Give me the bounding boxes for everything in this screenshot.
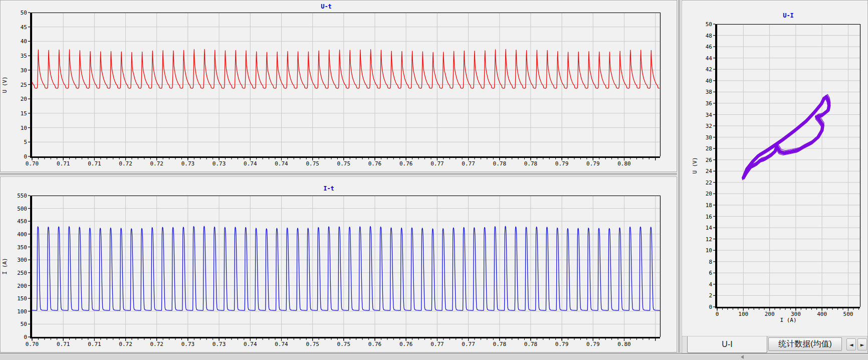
- y-tick-label: 250: [17, 270, 27, 276]
- x-tick-label: 0.77: [430, 160, 444, 167]
- x-tick-label: 0.72: [119, 160, 132, 167]
- y-tick-label: 40: [706, 78, 712, 84]
- x-tick-label: 0.76: [399, 160, 413, 167]
- x-tick-label: 0.78: [524, 160, 538, 167]
- y-tick-label: 38: [706, 89, 712, 95]
- current-time-panel: 0.700.710.710.720.720.730.730.740.740.75…: [0, 176, 677, 352]
- y-tick-label: 22: [706, 179, 712, 186]
- voltage-current-panel: 0100200300400500024681012141618202224262…: [682, 0, 868, 353]
- y-tick-label: 5: [24, 139, 27, 145]
- x-tick-label: 0.72: [150, 160, 163, 167]
- chart-title: U-I: [783, 12, 794, 19]
- x-tick-label: 0.71: [57, 341, 70, 347]
- bottom-status-strip: [0, 353, 868, 360]
- x-tick-label: 0.75: [306, 341, 319, 347]
- y-tick-label: 34: [706, 112, 713, 118]
- y-tick-label: 0: [24, 153, 27, 160]
- y-tick-label: 300: [17, 257, 27, 263]
- y-tick-label: 8: [709, 259, 712, 265]
- x-tick-label: 0.79: [555, 160, 569, 167]
- x-tick-label: 0.74: [244, 341, 257, 347]
- x-tick-label: 0.72: [150, 341, 163, 347]
- y-tick-label: 200: [17, 283, 27, 289]
- x-tick-label: 0.73: [181, 341, 195, 347]
- x-tick-label: 100: [738, 311, 748, 317]
- x-tick-label: 0.74: [275, 341, 288, 347]
- chart-title: I-t: [323, 185, 334, 192]
- y-tick-label: 42: [706, 66, 712, 73]
- x-tick-label: 0.74: [275, 160, 288, 167]
- tab-u-i[interactable]: U-I: [687, 336, 767, 353]
- y-tick-label: 32: [706, 123, 712, 129]
- horizontal-splitter[interactable]: [0, 172, 677, 176]
- x-tick-label: 400: [817, 311, 827, 317]
- y-tick-label: 25: [21, 82, 27, 88]
- x-tick-label: 0.78: [493, 341, 507, 347]
- y-tick-label: 18: [706, 202, 712, 209]
- x-tick-label: 0.77: [430, 341, 444, 347]
- x-tick-label: 0.75: [337, 160, 351, 167]
- x-tick-label: 0.70: [26, 160, 39, 167]
- left-arrow-icon: ◄: [849, 342, 853, 347]
- y-tick-label: 48: [706, 33, 712, 39]
- y-tick-label: 35: [21, 53, 27, 59]
- x-tick-label: 0.76: [368, 341, 382, 347]
- y-tick-label: 20: [706, 191, 712, 197]
- chart-title: U-t: [321, 3, 332, 10]
- y-tick-label: 40: [21, 38, 27, 45]
- y-tick-label: 10: [706, 247, 712, 254]
- x-tick-label: 0.72: [119, 341, 132, 347]
- voltage-time-chart: 0.700.710.710.720.720.730.730.740.740.75…: [1, 1, 677, 171]
- tab-statistics[interactable]: 统计数据(均值): [768, 337, 842, 351]
- voltage-current-chart: 0100200300400500024681012141618202224262…: [682, 1, 867, 335]
- y-tick-label: 16: [706, 214, 712, 220]
- y-tick-label: 4: [709, 281, 712, 288]
- tab-scroll-left-button[interactable]: ◄: [846, 338, 856, 350]
- y-tick-label: 150: [17, 295, 27, 302]
- x-tick-label: 0.71: [88, 160, 101, 167]
- y-tick-label: 46: [706, 44, 712, 50]
- y-tick-label: 12: [706, 236, 712, 243]
- x-tick-label: 0.70: [26, 341, 39, 347]
- y-tick-label: 44: [706, 55, 713, 62]
- x-tick-label: 0.77: [462, 160, 475, 167]
- x-tick-label: 0.79: [555, 341, 569, 347]
- tab-scroll-right-button[interactable]: ►: [857, 338, 867, 350]
- y-tick-label: 10: [21, 125, 27, 131]
- y-tick-label: 550: [17, 193, 27, 199]
- y-tick-label: 24: [706, 168, 713, 174]
- y-tick-label: 15: [21, 110, 27, 117]
- x-tick-label: 0.73: [212, 160, 226, 167]
- x-tick-label: 0.78: [493, 160, 507, 167]
- y-tick-label: 20: [21, 96, 27, 102]
- y-tick-label: 500: [17, 206, 27, 212]
- x-tick-label: 200: [765, 311, 775, 317]
- y-tick-label: 45: [21, 24, 27, 31]
- tab-bar: U-I 统计数据(均值) ◄ ►: [682, 336, 867, 353]
- y-axis-label: U (V): [692, 157, 698, 173]
- x-tick-label: 0.76: [399, 341, 413, 347]
- right-arrow-icon: ►: [860, 342, 864, 347]
- current-time-chart: 0.700.710.710.720.720.730.730.740.740.75…: [1, 177, 677, 352]
- y-tick-label: 50: [706, 21, 712, 28]
- y-tick-label: 100: [17, 308, 27, 315]
- x-tick-label: 0.71: [88, 341, 101, 347]
- x-tick-label: 0.77: [462, 341, 475, 347]
- y-tick-label: 6: [709, 270, 712, 276]
- x-tick-label: 0.71: [57, 160, 70, 167]
- x-tick-label: 0: [716, 311, 719, 317]
- y-tick-label: 350: [17, 244, 27, 251]
- y-tick-label: 0: [709, 304, 712, 310]
- y-tick-label: 50: [21, 10, 27, 16]
- y-tick-label: 26: [706, 157, 712, 163]
- splitter-grip[interactable]: [741, 355, 744, 359]
- x-tick-label: 0.79: [586, 341, 600, 347]
- y-tick-label: 2: [709, 292, 712, 299]
- x-tick-label: 0.74: [244, 160, 257, 167]
- y-tick-label: 36: [706, 100, 712, 107]
- x-tick-label: 0.73: [212, 341, 226, 347]
- vertical-splitter[interactable]: [677, 0, 682, 352]
- y-axis-label: U (V): [2, 76, 8, 93]
- y-tick-label: 28: [706, 145, 712, 152]
- x-axis-label: I (A): [780, 317, 796, 323]
